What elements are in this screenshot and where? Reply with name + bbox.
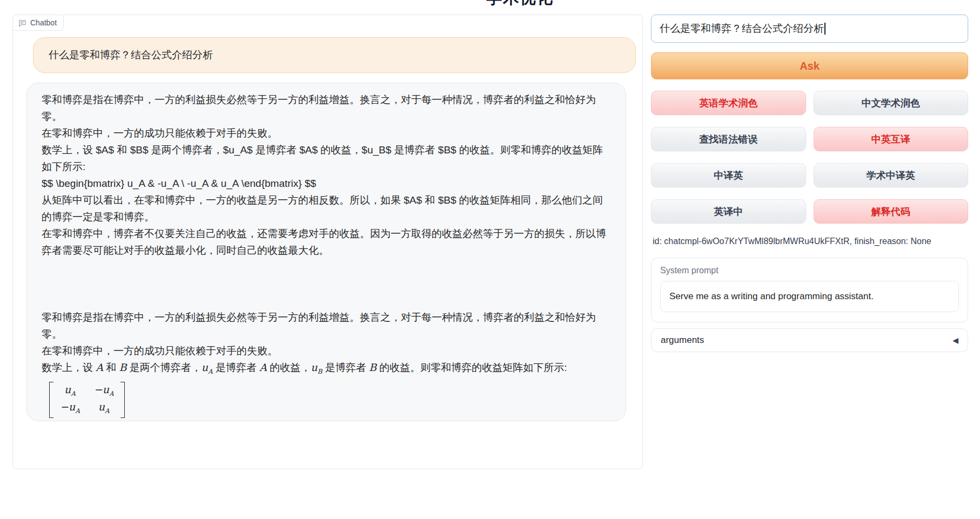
text-caret <box>824 23 825 35</box>
assistant-paragraph: 零和博弈是指在博弈中，一方的利益损失必然等于另一方的利益增益。换言之，对于每一种… <box>42 91 610 125</box>
assistant-paragraph: 从矩阵中可以看出，在零和博弈中，一方的收益是另一方的相反数。所以，如果 $A$ … <box>42 192 610 225</box>
assistant-paragraph-math: 数学上，设 A 和 B 是两个博弈者，uA 是博弈者 A 的收益，uB 是博弈者… <box>42 359 610 380</box>
quick-action-button[interactable]: 英语学术润色 <box>651 91 806 115</box>
system-prompt-value: Serve me as a writing and programming as… <box>669 291 874 302</box>
quick-action-button[interactable]: 英译中 <box>651 199 806 224</box>
matrix-cell: uA <box>98 400 110 417</box>
quick-action-button[interactable]: 中译英 <box>651 163 806 187</box>
chat-bubble-icon <box>18 19 26 27</box>
paragraph-gap <box>42 259 610 309</box>
quick-action-button[interactable]: 中文学术润色 <box>814 91 969 115</box>
chatbot-panel: Chatbot 什么是零和博弈？结合公式介绍分析 零和博弈是指在博弈中，一方的利… <box>12 15 643 469</box>
assistant-paragraph: 在零和博弈中，一方的成功只能依赖于对手的失败。 <box>42 342 610 359</box>
matrix-cell: −uA <box>60 400 80 417</box>
user-message-bubble: 什么是零和博弈？结合公式介绍分析 <box>33 37 636 73</box>
accordion-label: arguments <box>661 335 704 346</box>
system-prompt-group: System prompt Serve me as a writing and … <box>651 258 968 322</box>
collapse-triangle-icon: ◀ <box>952 336 958 344</box>
user-message-text: 什么是零和博弈？结合公式介绍分析 <box>49 48 213 62</box>
ask-button[interactable]: Ask <box>651 52 968 79</box>
assistant-message-bubble: 零和博弈是指在博弈中，一方的利益损失必然等于另一方的利益增益。换言之，对于每一种… <box>26 83 626 421</box>
system-prompt-label: System prompt <box>660 266 959 275</box>
quick-actions-grid: 英语学术润色中文学术润色查找语法错误中英互译中译英学术中译英英译中解释代码 <box>651 91 968 224</box>
assistant-paragraph: 数学上，设 $A$ 和 $B$ 是两个博弈者，$u_A$ 是博弈者 $A$ 的收… <box>42 141 610 175</box>
system-prompt-input[interactable]: Serve me as a writing and programming as… <box>660 281 959 312</box>
matrix-cells: uA−uA−uAuA <box>53 382 120 419</box>
matrix-cell: uA <box>64 383 76 400</box>
matrix-right-bracket <box>120 382 125 419</box>
matrix-cell: −uA <box>94 383 114 400</box>
assistant-paragraph: 在零和博弈中，博弈者不仅要关注自己的收益，还需要考虑对手的收益。因为一方取得的收… <box>42 225 610 259</box>
assistant-latex-source: $$ \begin{bmatrix} u_A & -u_A \ -u_A & u… <box>42 175 610 192</box>
assistant-paragraph: 在零和博弈中，一方的成功只能依赖于对手的失败。 <box>42 125 610 141</box>
assistant-paragraph: 零和博弈是指在博弈中，一方的利益损失必然等于另一方的利益增益。换言之，对于每一种… <box>42 309 610 342</box>
question-input-value: 什么是零和博弈？结合公式介绍分析 <box>660 22 824 36</box>
question-input[interactable]: 什么是零和博弈？结合公式介绍分析 <box>651 15 968 43</box>
quick-action-button[interactable]: 解释代码 <box>814 199 969 224</box>
app-page: 学术优化 Chatbot 什么是零和博弈？结合公式介绍分析 零和博弈是指在博弈中… <box>0 0 980 519</box>
quick-action-button[interactable]: 中英互译 <box>814 127 969 151</box>
payoff-matrix: uA−uA−uAuA <box>49 382 125 419</box>
status-text: id: chatcmpl-6wOo7KrYTwMl89lbrMWRu4UkFFX… <box>653 237 931 246</box>
arguments-accordion[interactable]: arguments ◀ <box>651 328 968 352</box>
matrix-left-bracket <box>49 382 53 419</box>
chatbot-label: Chatbot <box>13 15 64 31</box>
quick-action-button[interactable]: 学术中译英 <box>814 163 969 187</box>
page-title: 学术优化 <box>486 0 567 6</box>
quick-action-button[interactable]: 查找语法错误 <box>651 127 806 151</box>
chatbot-label-text: Chatbot <box>30 18 57 27</box>
